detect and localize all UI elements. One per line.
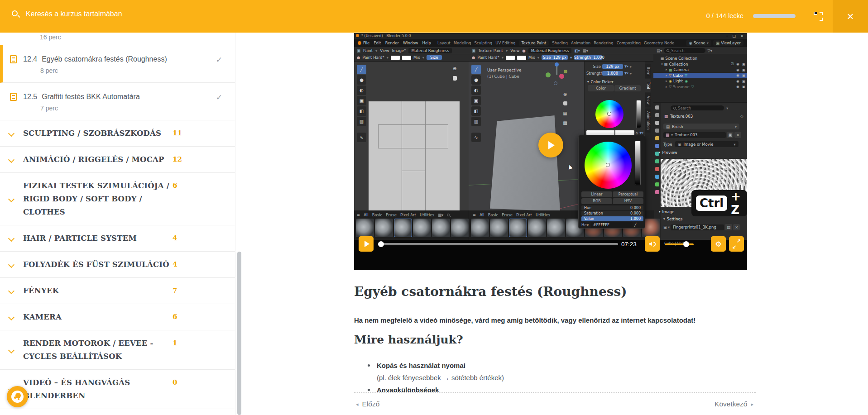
properties-tab-icon[interactable] bbox=[655, 129, 659, 133]
fill-tool-icon[interactable]: ◧ bbox=[357, 106, 366, 116]
shelf-tab[interactable]: All bbox=[364, 212, 369, 218]
properties-tab-icon[interactable] bbox=[655, 175, 659, 179]
hsv-row[interactable]: Saturation0.000 bbox=[581, 211, 643, 216]
lesson-item[interactable]: 12.5Graffiti festés BKK Automatára 7 per… bbox=[0, 83, 235, 120]
shelf-tab[interactable]: Basic bbox=[488, 212, 499, 218]
properties-tab-icon[interactable] bbox=[655, 182, 659, 186]
section-header[interactable]: 3D NYOMTATÁS ALAPOK, CURA PROGRAM HASZNÁ… bbox=[0, 409, 235, 415]
pan-hand-icon[interactable] bbox=[453, 76, 457, 81]
outliner-row[interactable]: ▸ ▦ Camera ◉ ▣ bbox=[653, 67, 747, 73]
shelf-tab[interactable]: Erase bbox=[386, 212, 397, 218]
course-search[interactable]: Keresés a kurzus tartalmában bbox=[12, 10, 122, 18]
shelf-tab[interactable]: Pixel Art bbox=[400, 212, 416, 218]
video-player[interactable]: * (Unsaved) - Blender 5.0.0 –□× FileEdit… bbox=[354, 33, 747, 270]
close-button[interactable]: × bbox=[833, 0, 868, 33]
shelf-tab[interactable]: Utilities bbox=[536, 212, 550, 218]
properties-tab-icon[interactable] bbox=[655, 136, 659, 140]
space-tab[interactable]: Linear bbox=[581, 191, 612, 197]
section-header[interactable]: FOLYADÉK ÉS FÜST SZIMULÁCIÓ 4 bbox=[0, 252, 235, 278]
hamburger-icon[interactable]: ≡ bbox=[357, 213, 360, 217]
soften-tool-icon[interactable]: ● bbox=[357, 75, 366, 85]
unlink-icon[interactable]: × bbox=[734, 132, 741, 138]
color-wheel-large[interactable] bbox=[585, 142, 632, 189]
preview-section[interactable]: Preview bbox=[662, 150, 677, 155]
shelf-tab[interactable]: Basic bbox=[372, 212, 383, 218]
region-tab[interactable]: Animation bbox=[645, 109, 651, 133]
strength-field[interactable]: 1.000 bbox=[602, 71, 623, 76]
render-camera-icon[interactable]: ▣ bbox=[742, 79, 745, 83]
properties-tab-icon[interactable] bbox=[655, 105, 659, 110]
smear-tool-icon[interactable]: ◐ bbox=[357, 86, 366, 95]
eyedropper-icon[interactable]: ╱ bbox=[634, 223, 637, 227]
region-tab[interactable]: Tool bbox=[645, 79, 651, 92]
mode-tab[interactable]: RGB bbox=[581, 198, 612, 204]
picker-tab[interactable]: Color bbox=[588, 85, 614, 91]
brush-thumbnail[interactable] bbox=[509, 219, 527, 237]
brush-thumbnail[interactable] bbox=[356, 219, 374, 237]
outliner-search[interactable]: Search bbox=[664, 48, 705, 53]
picker-tab[interactable]: Gradient bbox=[614, 85, 641, 91]
size-field[interactable]: 129 px bbox=[602, 64, 623, 69]
scrollbar-thumb[interactable] bbox=[237, 252, 241, 415]
hamburger-icon[interactable]: ≡ bbox=[473, 213, 476, 217]
zoom-icon[interactable]: ⊕ bbox=[453, 66, 456, 71]
visibility-eye-icon[interactable]: ◉ bbox=[736, 79, 739, 83]
play-button[interactable] bbox=[359, 236, 374, 252]
render-camera-icon[interactable]: ▣ bbox=[742, 68, 745, 72]
value-slider-large[interactable] bbox=[635, 141, 641, 185]
properties-tab-icon[interactable] bbox=[655, 121, 659, 125]
color-picker-section[interactable]: Color Picker bbox=[591, 80, 614, 84]
seek-knob[interactable] bbox=[378, 241, 384, 247]
hex-field[interactable]: #FFFFFF bbox=[591, 222, 633, 228]
navigation-gizmo[interactable] bbox=[545, 62, 567, 89]
brush-thumbnail[interactable] bbox=[451, 219, 469, 237]
image-section[interactable]: Image bbox=[662, 210, 675, 214]
player-fullscreen-button[interactable]: ↗ ↙ bbox=[729, 236, 744, 252]
brush-selector[interactable]: ▤Brush ▾ bbox=[663, 124, 739, 129]
render-camera-icon[interactable]: ▣ bbox=[742, 73, 745, 77]
section-header[interactable]: KAMERA 6 bbox=[0, 304, 235, 330]
render-camera-icon[interactable]: ▣ bbox=[742, 85, 745, 89]
volume-button[interactable] bbox=[645, 236, 660, 252]
outliner-row[interactable]: ▸ ◉ Light ◉ ◉ ▣ bbox=[653, 78, 747, 84]
shelf-tab[interactable]: All bbox=[480, 212, 484, 218]
volume-slider[interactable] bbox=[665, 243, 694, 245]
image-file-field[interactable]: Fingerprints01_3K.png bbox=[671, 224, 724, 230]
brush-thumbnail[interactable] bbox=[490, 219, 508, 237]
volume-knob[interactable] bbox=[683, 241, 689, 247]
visibility-eye-icon[interactable]: ◉ bbox=[736, 85, 739, 89]
hsv-row[interactable]: Value1.000 bbox=[581, 216, 643, 221]
brush-thumbnail[interactable] bbox=[413, 219, 431, 237]
color-wheel-small[interactable] bbox=[595, 100, 623, 128]
space-tab[interactable]: Perceptual bbox=[613, 191, 643, 197]
checkbox-icon[interactable]: ☑ bbox=[731, 62, 734, 66]
video-play-overlay[interactable] bbox=[538, 133, 563, 157]
section-header[interactable]: VIDEÓ – ÉS HANGVÁGÁS BLENDERBEN 0 bbox=[0, 370, 235, 409]
shelf-tab[interactable]: Pixel Art bbox=[516, 212, 532, 218]
folder-icon[interactable]: ▤ bbox=[725, 224, 732, 230]
brush-thumbnail[interactable] bbox=[432, 219, 450, 237]
render-camera-icon[interactable]: ▣ bbox=[742, 62, 745, 66]
brush-thumbnail[interactable] bbox=[394, 219, 412, 237]
viewport-nav-icons[interactable]: ⊕ ▦ ▩ bbox=[562, 90, 568, 128]
shelf-tab[interactable]: Utilities bbox=[420, 212, 434, 218]
sidebar-scrollbar[interactable] bbox=[237, 33, 241, 415]
curve-tool-icon[interactable]: ∿ bbox=[357, 133, 366, 142]
outliner-row[interactable]: ▾ ▤ Collection ☑ ◉ ▣ bbox=[653, 62, 747, 67]
settings-section[interactable]: Settings bbox=[667, 217, 683, 221]
outliner-row[interactable]: ▦ Scene Collection bbox=[653, 56, 747, 62]
visibility-eye-icon[interactable]: ◉ bbox=[736, 62, 739, 66]
brush-strength[interactable]: Strength 1.000 bbox=[574, 55, 602, 60]
section-header[interactable]: SCULPTING / SZOBRÁSZKODÁS 11 bbox=[0, 120, 235, 147]
section-header[interactable]: FIZIKAI TESTEK SZIMULÁCIÓJA / RIGID BODY… bbox=[0, 173, 235, 225]
section-header[interactable]: ANIMÁCIÓ / RIGGELÉS / MOCAP 12 bbox=[0, 147, 235, 173]
cookie-consent-button[interactable] bbox=[7, 386, 28, 407]
texture-type-dropdown[interactable]: ▣Image or Movie ▾ bbox=[675, 141, 739, 147]
region-tab[interactable]: Item bbox=[645, 64, 651, 78]
mode-tab[interactable]: HSV bbox=[613, 198, 643, 204]
hsv-row[interactable]: Hue0.000 bbox=[581, 205, 643, 210]
value-slider-small[interactable] bbox=[636, 100, 641, 128]
shelf-tab[interactable]: Erase bbox=[502, 212, 513, 218]
properties-tab-icon[interactable] bbox=[655, 167, 659, 171]
brush-thumbnail[interactable] bbox=[528, 219, 546, 237]
